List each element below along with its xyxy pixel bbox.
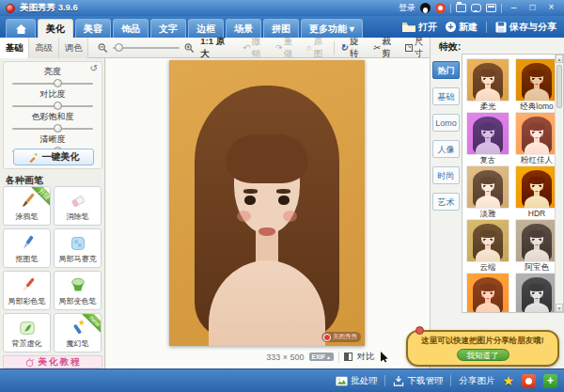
undo-button[interactable]: 撤销: [242, 36, 265, 60]
resize-button[interactable]: 尺寸: [405, 36, 430, 60]
effect-classic-lomo[interactable]: 经典lomo: [516, 59, 557, 113]
effects-header: 特效:: [439, 40, 461, 54]
effect-thumbnail: [516, 220, 557, 261]
tab-beautify[interactable]: 美化: [38, 19, 73, 38]
skin-icon[interactable]: [486, 4, 496, 12]
status-separator: [338, 352, 339, 362]
scroll-down-arrow[interactable]: [556, 304, 563, 312]
resize-icon: [405, 44, 413, 52]
effects-panel: 特效: 热门 基础 Lomo 人像 时尚 艺术 柔光: [430, 38, 564, 368]
add-more-icon[interactable]: [543, 374, 557, 388]
tab-basic[interactable]: 基础: [0, 38, 29, 58]
brightness-slider-thumb[interactable]: [54, 79, 62, 87]
category-fashion[interactable]: 时尚: [432, 166, 460, 184]
reset-sliders-button[interactable]: [90, 63, 98, 73]
exif-badge[interactable]: EXIF▲: [309, 353, 334, 361]
close-button[interactable]: ×: [544, 2, 558, 14]
feedback-folder-icon[interactable]: [456, 4, 466, 12]
login-link[interactable]: 登录: [399, 2, 415, 14]
redo-button[interactable]: 重做: [274, 36, 298, 60]
category-basic[interactable]: 基础: [432, 87, 460, 105]
beautify-tutorial-link[interactable]: 美化教程: [3, 355, 102, 368]
effect-abao-color[interactable]: 阿宝色: [516, 220, 557, 274]
category-art[interactable]: 艺术: [432, 193, 460, 211]
brush-magic-pen[interactable]: 魔幻笔 new: [54, 313, 102, 353]
effect-thumbnail: [516, 113, 557, 154]
new-button[interactable]: 新建: [446, 21, 478, 34]
maximize-button[interactable]: □: [525, 2, 540, 14]
batch-process-button[interactable]: 批处理: [336, 375, 378, 387]
effect-thumbnail: [516, 59, 557, 101]
zoom-in-icon[interactable]: [184, 42, 195, 54]
bubble-text: 这里可以快速把图片分享给朋友哦!: [408, 336, 557, 347]
effect-soft-light[interactable]: 柔光: [467, 59, 509, 113]
one-click-beautify-button[interactable]: 一键美化: [13, 149, 94, 165]
weibo-icon[interactable]: [435, 3, 446, 13]
minimize-button[interactable]: –: [507, 2, 521, 14]
compare-button[interactable]: 对比: [357, 351, 374, 363]
download-manager-button[interactable]: 下载管理: [393, 375, 443, 387]
rotate-button[interactable]: 旋转: [340, 36, 364, 60]
original-image-button[interactable]: 原图: [306, 36, 328, 60]
edit-toolbar: 基础 高级 调色 1:1 原大 撤销 重做 原图 旋转 裁剪 尺寸: [0, 38, 430, 58]
brush-local-recolor-pen[interactable]: 局部变色笔: [54, 271, 102, 310]
effect-elegant[interactable]: 淡雅: [467, 166, 509, 220]
home-tab[interactable]: [6, 19, 36, 38]
portrait-illustration: [169, 60, 365, 346]
zoom-slider[interactable]: [113, 47, 180, 49]
effect-thumbnail: [467, 166, 509, 208]
zoom-out-icon[interactable]: [98, 42, 108, 54]
brush-doodle-pen[interactable]: 涂鸦笔 升级: [3, 186, 51, 226]
message-icon[interactable]: [471, 4, 481, 12]
saturation-label: 色彩饱和度: [4, 111, 102, 123]
effect-thumbnail: [467, 59, 509, 101]
effect-retro[interactable]: 复古: [467, 113, 509, 166]
editing-canvas: 美图秀秀 333 × 500 EXIF▲ 对比: [106, 58, 430, 368]
weibo-share-icon[interactable]: [522, 374, 536, 388]
watermark-logo-icon: [323, 334, 331, 341]
effect-hdr[interactable]: HDR: [516, 166, 557, 220]
adjust-panel: 亮度 对比度 色彩饱和度 清晰度 一键美化: [3, 61, 102, 169]
got-it-button[interactable]: 我知道了: [457, 349, 509, 361]
effect-black-white[interactable]: [516, 274, 557, 313]
brush-local-mosaic[interactable]: 局部马赛克: [54, 228, 102, 268]
favorites-star-icon[interactable]: [502, 373, 514, 388]
canvas-statusline: 333 × 500 EXIF▲ 对比: [266, 351, 388, 363]
tab-advanced[interactable]: 高级: [29, 38, 58, 58]
brush-eraser-pen[interactable]: 消除笔: [54, 186, 102, 226]
zoom-slider-thumb[interactable]: [115, 43, 123, 52]
titlebar-separator: [501, 4, 502, 13]
category-hot[interactable]: 热门: [432, 61, 460, 79]
qq-icon[interactable]: [420, 3, 431, 13]
saturation-slider[interactable]: [12, 128, 93, 130]
open-button[interactable]: 打开: [402, 21, 437, 34]
magic-wand-icon: [28, 152, 39, 163]
transform-group: 旋转 裁剪 尺寸: [340, 36, 430, 60]
category-portrait[interactable]: 人像: [432, 140, 460, 158]
contrast-slider-thumb[interactable]: [54, 102, 62, 110]
brush-cutout-pen[interactable]: 抠图笔: [3, 228, 51, 268]
scroll-up-arrow[interactable]: [556, 55, 563, 63]
share-image-button[interactable]: 分享图片: [459, 375, 494, 387]
brightness-label: 亮度: [4, 66, 102, 78]
save-icon: [495, 22, 507, 33]
crop-button[interactable]: 裁剪: [372, 36, 396, 60]
effect-pink-lady[interactable]: 粉红佳人: [516, 113, 557, 166]
category-lomo[interactable]: Lomo: [432, 114, 460, 132]
save-share-button[interactable]: 保存与分享: [495, 21, 556, 34]
brightness-slider[interactable]: [12, 83, 93, 85]
tab-color-tone[interactable]: 调色: [59, 38, 88, 58]
brush-local-color-pen[interactable]: 局部彩色笔: [3, 271, 51, 310]
image-size-label: 333 × 500: [266, 353, 304, 362]
saturation-slider-thumb[interactable]: [54, 124, 62, 133]
download-icon: [393, 375, 404, 386]
app-logo-icon: [6, 4, 15, 13]
bubble-pin-icon: [415, 326, 424, 335]
contrast-slider[interactable]: [12, 105, 93, 107]
effect-member-only[interactable]: [467, 274, 509, 313]
effect-cloud[interactable]: 云端: [467, 220, 509, 274]
zoom-actual-size-button[interactable]: 1:1 原大: [200, 36, 229, 60]
brush-background-blur[interactable]: 背景虚化: [3, 313, 51, 353]
scrollbar-thumb[interactable]: [556, 65, 562, 108]
effects-scrollbar[interactable]: [555, 55, 563, 312]
